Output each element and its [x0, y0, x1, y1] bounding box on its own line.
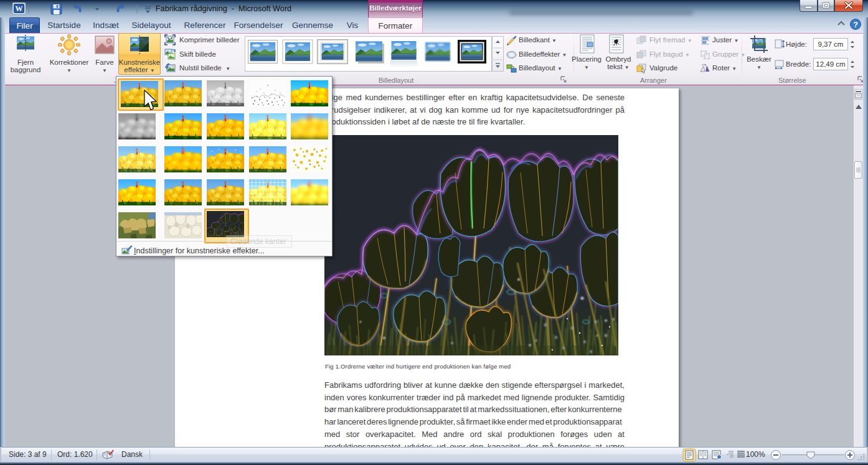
svg-text:?: ?: [853, 21, 858, 29]
svg-text:W: W: [16, 4, 23, 13]
